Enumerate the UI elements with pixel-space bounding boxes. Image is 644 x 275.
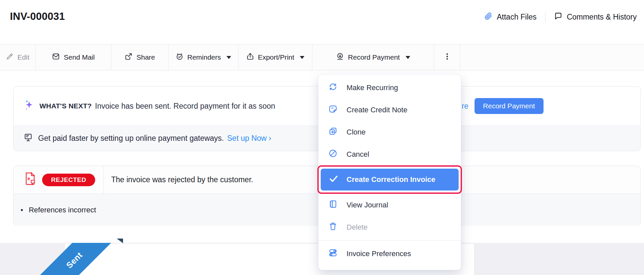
menu-item-cancel[interactable]: Cancel [318,143,461,165]
menu-separator [318,240,461,241]
page-header: INV-000031 Attach Files Comments & Histo… [0,0,644,44]
menu-item-label: Clone [347,128,365,137]
share-label: Share [136,53,155,61]
send-mail-button[interactable]: Send Mail [35,44,111,70]
vertical-divider [103,166,104,193]
edit-button[interactable]: Edit [0,44,35,70]
record-payment-primary-button[interactable]: Record Payment [475,98,544,114]
header-actions: Attach Files Comments & History [484,12,637,22]
more-options-dropdown-menu: Make Recurring Create Credit Note Clone … [318,75,461,270]
share-button[interactable]: Share [111,44,168,70]
paperclip-icon [484,12,492,22]
comments-history-label: Comments & History [567,13,637,22]
envelope-icon [52,52,60,62]
ribbon-fold-corner [117,239,123,243]
record-payment-label: Record Payment [348,53,400,61]
credit-note-icon [328,104,338,116]
trash-icon [328,222,338,233]
edit-label: Edit [17,53,29,61]
menu-item-create-credit-note[interactable]: Create Credit Note [318,99,461,121]
menu-item-clone[interactable]: Clone [318,121,461,143]
rejected-document-icon: e [23,171,37,189]
cancel-icon [328,149,338,160]
chevron-down-icon [300,56,304,59]
page-title: INV-000031 [10,11,65,23]
export-print-label: Export/Print [258,53,294,61]
clone-icon [328,127,338,138]
preferences-icon [328,248,338,259]
menu-item-view-journal[interactable]: View Journal [318,194,461,216]
set-up-now-link[interactable]: Set up Now › [227,134,271,143]
send-mail-label: Send Mail [64,53,95,61]
record-payment-dropdown-button[interactable]: Record Payment [312,44,434,70]
attach-files-button[interactable]: Attach Files [484,12,537,22]
chevron-down-icon [226,56,231,59]
payment-gateway-text: Get paid faster by setting up online pay… [38,134,224,143]
menu-item-delete[interactable]: Delete [318,216,461,238]
rejected-status-badge: REJECTED [42,174,95,186]
partial-link-text[interactable]: re [462,102,468,111]
toolbar-spacer [460,44,644,70]
export-icon [246,52,254,62]
check-icon [329,174,339,186]
invoice-detail-area: WHAT'S NEXT? Invoice has been sent. Reco… [0,71,644,274]
rejection-message: The invoice was rejected by the customer… [111,175,253,184]
sync-icon [328,82,338,93]
menu-item-create-correction-invoice[interactable]: Create Correction Invoice [321,169,459,191]
menu-item-label: Cancel [347,150,369,159]
reminders-button[interactable]: Reminders [168,44,238,70]
header-divider [545,12,546,22]
invoice-toolbar: Edit Send Mail Share Reminders Export/Pr… [0,44,644,71]
rejection-reason: References incorrect [29,206,96,214]
menu-item-label: Invoice Preferences [347,249,411,258]
more-options-button[interactable] [434,44,460,70]
menu-item-make-recurring[interactable]: Make Recurring [318,77,461,99]
journal-icon [328,199,338,211]
vertical-ellipsis-icon [443,52,451,62]
svg-text:e: e [28,176,30,181]
share-icon [124,52,133,62]
menu-item-invoice-preferences[interactable]: Invoice Preferences [318,243,461,265]
menu-item-label: Create Credit Note [347,106,407,114]
chevron-down-icon [406,56,410,59]
whats-next-label: WHAT'S NEXT? [39,102,92,110]
menu-item-label: Delete [347,223,368,232]
bullet-point: • [21,206,23,214]
sparkle-icon [24,99,35,113]
menu-item-label: Create Correction Invoice [347,175,435,184]
comments-history-button[interactable]: Comments & History [554,12,637,22]
menu-item-label: View Journal [347,201,388,209]
chat-bubble-icon [554,12,562,22]
reminders-label: Reminders [187,53,221,61]
record-payment-icon [336,52,344,62]
export-print-button[interactable]: Export/Print [238,44,312,70]
payment-gateway-icon [24,133,33,144]
attach-files-label: Attach Files [497,13,537,22]
pencil-icon [6,53,14,62]
menu-item-label: Make Recurring [347,83,398,92]
alarm-check-icon [175,52,184,62]
highlight-annotation-box: Create Correction Invoice [317,165,462,194]
